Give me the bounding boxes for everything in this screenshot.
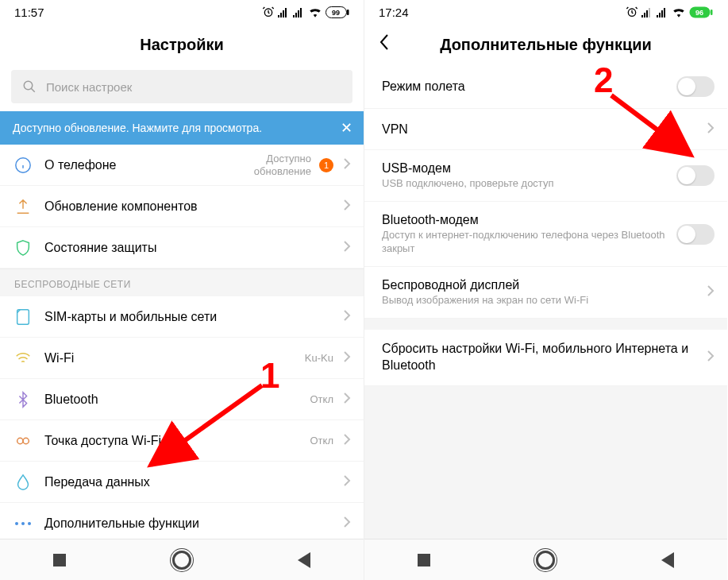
status-icons: 96 <box>626 6 713 18</box>
section-gap <box>364 319 727 330</box>
svg-text:99: 99 <box>332 9 340 17</box>
svg-text:96: 96 <box>695 9 703 17</box>
close-icon[interactable]: ✕ <box>341 119 352 137</box>
svg-rect-14 <box>711 10 713 15</box>
chevron-right-icon <box>707 284 715 300</box>
row-sim-cards[interactable]: SIM-карты и мобильные сети <box>0 296 364 338</box>
annotation-2: 2 <box>594 60 613 100</box>
screen-settings: 11:57 99 Настройки Поиск настроек Доступ… <box>0 0 364 580</box>
section-header-wireless: БЕСПРОВОДНЫЕ СЕТИ <box>0 269 364 296</box>
row-label: Состояние защиты <box>44 241 156 255</box>
sim-icon <box>14 307 44 327</box>
chevron-right-icon <box>343 199 351 215</box>
wifi-icon <box>14 348 44 369</box>
status-time: 11:57 <box>14 6 44 19</box>
annotation-1: 1 <box>260 356 279 396</box>
signal-icon <box>278 6 290 17</box>
row-label: Bluetooth <box>44 392 98 407</box>
row-subtitle: USB подключено, проверьте доступ <box>382 177 676 190</box>
row-components-update[interactable]: Обновление компонентов <box>0 186 364 227</box>
banner-text: Доступно обновление. Нажмите для просмот… <box>13 122 262 134</box>
row-about-phone[interactable]: О телефоне Доступно обновление 1 <box>0 145 364 186</box>
row-vpn[interactable]: VPN <box>364 109 727 150</box>
nav-recents-button[interactable] <box>418 554 430 566</box>
svg-point-9 <box>15 522 18 525</box>
header: Настройки <box>0 24 364 65</box>
row-label: Точка доступа Wi-Fi <box>44 434 161 448</box>
search-icon <box>22 79 37 94</box>
row-label: Wi-Fi <box>44 351 74 365</box>
nav-recents-button[interactable] <box>53 554 66 566</box>
row-bluetooth[interactable]: Bluetooth Откл <box>0 379 364 420</box>
airplane-toggle[interactable] <box>676 76 715 97</box>
chevron-right-icon <box>343 240 351 256</box>
alarm-icon <box>626 6 638 18</box>
row-airplane-mode[interactable]: Режим полета <box>364 65 727 109</box>
row-wireless-display[interactable]: Беспроводной дисплей Вывод изображения н… <box>364 267 727 319</box>
battery-icon: 99 <box>325 6 349 18</box>
row-reset-network[interactable]: Сбросить настройки Wi-Fi, мобильного Инт… <box>364 330 727 386</box>
info-icon <box>14 155 44 176</box>
nav-home-button[interactable] <box>172 551 191 570</box>
search-placeholder: Поиск настроек <box>46 80 132 94</box>
row-label: О телефоне <box>44 158 116 172</box>
page-title: Настройки <box>140 36 224 54</box>
svg-rect-2 <box>347 10 349 15</box>
usb-modem-toggle[interactable] <box>676 165 715 186</box>
update-banner[interactable]: Доступно обновление. Нажмите для просмот… <box>0 111 364 145</box>
nav-back-button[interactable] <box>661 552 674 568</box>
chevron-right-icon <box>707 122 715 137</box>
upload-icon <box>14 196 44 217</box>
row-data-transfer[interactable]: Передача данных <box>0 462 364 503</box>
alarm-icon <box>262 6 275 18</box>
row-bluetooth-modem[interactable]: Bluetooth-модем Доступ к интернет-подклю… <box>364 202 727 267</box>
row-hotspot[interactable]: Точка доступа Wi-Fi Откл <box>0 420 364 462</box>
row-label: Передача данных <box>44 475 150 489</box>
row-value: Откл <box>310 393 334 406</box>
row-subtext: Доступно обновление <box>254 153 311 177</box>
settings-list: О телефоне Доступно обновление 1 Обновле… <box>0 145 364 580</box>
chevron-right-icon <box>343 433 351 449</box>
row-wifi[interactable]: Wi-Fi Ku-Ku <box>0 338 364 379</box>
wifi-icon <box>308 6 322 17</box>
chevron-right-icon <box>343 309 351 325</box>
svg-point-4 <box>24 81 33 90</box>
chevron-right-icon <box>343 350 351 366</box>
svg-point-11 <box>28 522 31 525</box>
chevron-right-icon <box>343 392 351 408</box>
row-subtitle: Доступ к интернет-подключению телефона ч… <box>382 229 676 255</box>
hotspot-icon <box>14 431 44 451</box>
row-value: Ku-Ku <box>305 352 333 365</box>
bluetooth-icon <box>14 389 44 410</box>
row-label: VPN <box>382 122 697 137</box>
row-label: SIM-карты и мобильные сети <box>44 310 217 324</box>
search-input[interactable]: Поиск настроек <box>11 70 352 103</box>
row-usb-modem[interactable]: USB-модем USB подключено, проверьте дост… <box>364 150 727 202</box>
bt-modem-toggle[interactable] <box>676 224 715 245</box>
chevron-right-icon <box>707 350 715 365</box>
row-label: USB-модем <box>382 161 676 176</box>
status-bar: 11:57 99 <box>0 0 364 24</box>
row-label: Беспроводной дисплей <box>382 278 697 292</box>
row-security-status[interactable]: Состояние защиты <box>0 227 364 269</box>
header: Дополнительные функции <box>364 24 727 65</box>
chevron-right-icon <box>343 157 351 173</box>
nav-home-button[interactable] <box>536 551 555 570</box>
row-label: Сбросить настройки Wi-Fi, мобильного Инт… <box>382 341 697 374</box>
page-title: Дополнительные функции <box>440 36 652 54</box>
back-button[interactable] <box>379 33 390 56</box>
update-badge: 1 <box>319 158 333 172</box>
battery-icon: 96 <box>689 6 713 18</box>
svg-point-10 <box>21 522 25 525</box>
row-label: Обновление компонентов <box>44 199 198 214</box>
nav-back-button[interactable] <box>298 552 310 568</box>
functions-list: Режим полета VPN USB-модем USB подключен… <box>364 65 727 580</box>
nav-bar <box>364 539 727 580</box>
row-value: Откл <box>310 435 334 447</box>
shield-icon <box>14 238 44 258</box>
more-icon <box>14 513 44 534</box>
status-icons: 99 <box>262 6 349 18</box>
status-bar: 17:24 96 <box>364 0 727 24</box>
droplet-icon <box>14 472 44 493</box>
signal-icon <box>641 6 653 17</box>
